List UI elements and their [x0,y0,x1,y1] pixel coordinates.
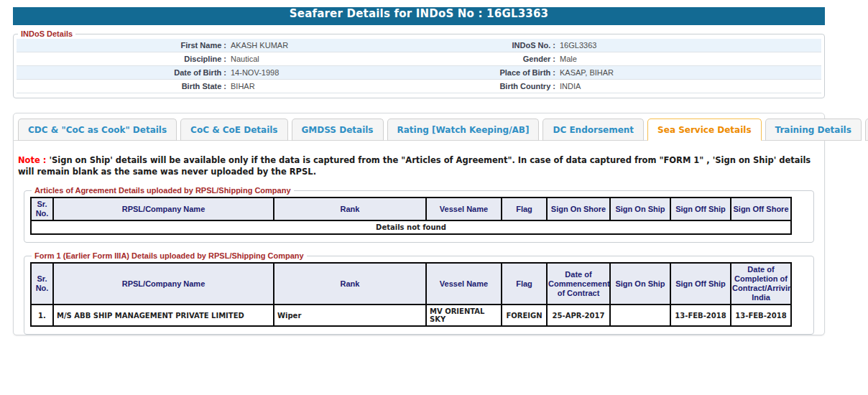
sign-on-ship-note: Note : 'Sign on Ship' details will be av… [18,154,820,177]
birth-country-value: INDIA [555,80,821,93]
tab-dc-endorsement[interactable]: DC Endorsement [542,118,644,141]
col-flag: Flag [502,263,547,305]
tab-coc-coe-details[interactable]: CoC & CoE Details [180,118,287,141]
tab-strip: CDC & "CoC as Cook" Details CoC & CoE De… [14,113,824,141]
birth-state-label: Birth State : [17,80,226,93]
gender-label: Gender : [419,52,555,65]
date-of-birth-value: 14-NOV-1998 [226,66,419,79]
tab-medical-fitness-certificate[interactable]: Medical Fitness Certificate [865,118,868,141]
place-of-birth-value: KASAP, BIHAR [555,66,821,79]
date-of-birth-label: Date of Birth : [17,66,226,79]
tab-training-details[interactable]: Training Details [765,118,862,141]
indos-details-legend: INDoS Details [18,29,75,38]
col-sign-on-ship: Sign On Ship [610,263,670,305]
col-flag: Flag [502,198,547,220]
col-sign-off-shore: Sign Off Shore [731,198,791,220]
articles-of-agreement-fieldset: Articles of Agreement Details uploaded b… [24,186,814,243]
indos-no-value: 16GL3363 [555,39,821,52]
detail-row: First Name : AKASH KUMAR INDoS No. : 16G… [17,39,821,52]
col-date-of-commencement: Date of Commencement of Contract [547,263,610,305]
col-rank: Rank [274,263,426,305]
indos-no-label: INDoS No. : [419,39,555,52]
detail-row: Birth State : BIHAR Birth Country : INDI… [17,80,821,93]
tab-rating-watch-keeping-ab[interactable]: Rating [Watch Keeping/AB] [387,118,540,141]
tab-panel: CDC & "CoC as Cook" Details CoC & CoE De… [13,113,825,335]
articles-of-agreement-legend: Articles of Agreement Details uploaded b… [32,186,294,195]
place-of-birth-label: Place of Birth : [419,66,555,79]
first-name-label: First Name : [17,39,226,52]
first-name-value: AKASH KUMAR [226,39,419,52]
cell-completion-date: 13-FEB-2018 [731,305,791,326]
cell-commencement-date: 25-APR-2017 [547,305,610,326]
col-sr-no: Sr. No. [31,198,53,220]
gender-value: Male [555,52,821,65]
form1-legend: Form 1 (Earlier Form IIIA) Details uploa… [32,251,307,260]
empty-row: Details not found [31,220,791,234]
tab-gmdss-details[interactable]: GMDSS Details [292,118,384,141]
articles-of-agreement-table: Sr. No. RPSL/Company Name Rank Vessel Na… [30,197,792,235]
note-text: 'Sign on Ship' details will be available… [18,155,811,177]
cell-flag: FOREIGN [502,305,547,326]
cell-rank: Wiper [274,305,426,326]
detail-row: Discipline : Nautical Gender : Male [17,52,821,66]
cell-sign-on-ship [610,305,670,326]
col-sign-off-ship: Sign Off Ship [670,198,731,220]
tab-sea-service-details[interactable]: Sea Service Details [647,118,761,141]
discipline-value: Nautical [226,52,419,65]
col-date-of-completion: Date of Completion of Contract/Arriving … [731,263,791,305]
col-sign-on-shore: Sign On Shore [547,198,610,220]
note-prefix: Note : [18,155,49,165]
col-rank: Rank [274,198,426,220]
cell-sr-no: 1. [31,305,53,326]
tab-cdc-coc-as-cook-details[interactable]: CDC & "CoC as Cook" Details [18,118,177,141]
cell-company: M/S ABB SHIP MANAGEMENT PRIVATE LIMITED [53,305,274,326]
indos-details-fieldset: INDoS Details First Name : AKASH KUMAR I… [13,29,825,98]
cell-vessel: MV ORIENTAL SKY [426,305,502,326]
col-rpsl-company-name: RPSL/Company Name [53,263,274,305]
form1-fieldset: Form 1 (Earlier Form IIIA) Details uploa… [24,251,814,335]
col-rpsl-company-name: RPSL/Company Name [53,198,274,220]
col-sr-no: Sr. No. [31,263,53,305]
page: Seafarer Details for INDoS No : 16GL3363… [13,7,825,335]
col-sign-off-ship: Sign Off Ship [670,263,731,305]
table-header-row: Sr. No. RPSL/Company Name Rank Vessel Na… [31,263,791,305]
col-vessel-name: Vessel Name [426,198,502,220]
birth-country-label: Birth Country : [419,80,555,93]
birth-state-value: BIHAR [226,80,419,93]
detail-row: Date of Birth : 14-NOV-1998 Place of Bir… [17,66,821,80]
table-header-row: Sr. No. RPSL/Company Name Rank Vessel Na… [31,198,791,220]
page-title: Seafarer Details for INDoS No : 16GL3363 [13,7,825,25]
col-vessel-name: Vessel Name [426,263,502,305]
table-row: 1. M/S ABB SHIP MANAGEMENT PRIVATE LIMIT… [31,305,791,326]
form1-table: Sr. No. RPSL/Company Name Rank Vessel Na… [30,262,792,327]
col-sign-on-ship: Sign On Ship [610,198,670,220]
cell-sign-off-ship: 13-FEB-2018 [670,305,731,326]
discipline-label: Discipline : [17,52,226,65]
details-not-found-message: Details not found [31,220,791,234]
